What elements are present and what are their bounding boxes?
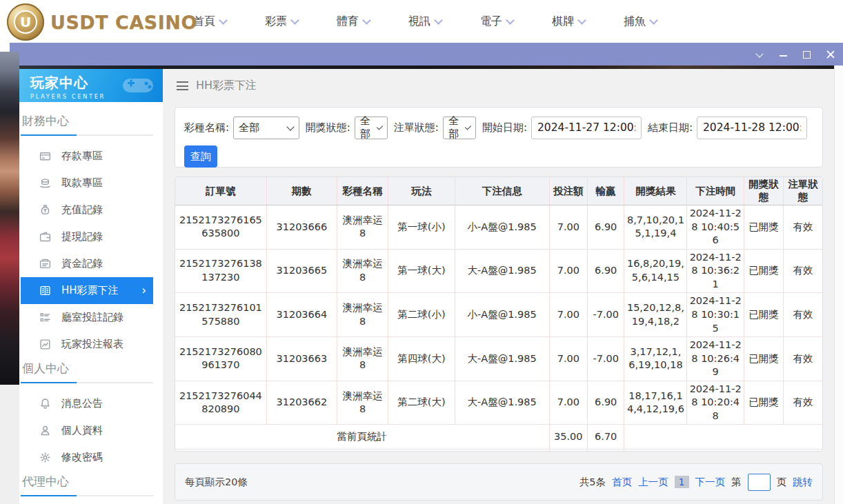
start-date-input[interactable] [531,117,642,139]
cell-draw-result: 15,20,12,8,19,4,18,2 [624,293,687,337]
cell-bet-info: 大-A盤@1.985 [455,337,549,381]
sidebar-group-title: 財務中心 [22,113,153,129]
sidebar-item[interactable]: HH彩票下注› [21,277,153,304]
chevron-down-icon [286,123,294,130]
sidebar-item-label: 消息公告 [61,397,103,410]
player-center-window: 玩家中心 PLAYERS CENTER 財務中心存款專區取款專區充值記錄提現記錄… [10,43,843,504]
order-status-select[interactable]: 全部 [443,117,476,139]
chevron-down-icon [577,16,586,25]
nav-item-label: 捕魚 [624,14,646,29]
brand-logo-icon: U [7,3,44,41]
cell-order-no: 2152173276044820890 [175,381,266,425]
nav-item-4[interactable]: 視訊 [389,14,461,29]
col-header-bet-time: 下注時間 [687,177,744,205]
top-navigation: U USDT CASINO 首頁彩票體育視訊電子棋牌捕魚 [0,0,843,43]
chevron-down-icon [649,16,658,25]
cell-bet-info: 小-A盤@1.985 [455,293,549,337]
sidebar-item-label: 個人資料 [61,424,103,437]
cell-order-no: 2152173276138137230 [175,249,266,293]
current-page-badge[interactable]: 1 [675,476,689,488]
window-collapse-icon[interactable] [755,50,764,59]
end-date-input[interactable] [697,117,807,139]
cell-win-loss: 6.90 [587,249,624,293]
cell-draw-result: 16,8,20,19,5,6,14,15 [624,249,687,293]
table-row: 215217327616563580031203666澳洲幸运8第一球(小)小-… [175,205,822,250]
page-size-text: 每頁顯示20條 [185,476,248,489]
cell-play-type: 第二球(小) [388,293,455,337]
draw-status-label: 開獎狀態: [306,121,350,134]
chevron-down-icon [219,16,228,25]
sidebar-item-label: 提現記錄 [61,230,103,243]
sidebar-item-label: 存款專區 [61,150,103,163]
col-header-draw-result: 開獎結果 [624,177,687,205]
nav-item-6[interactable]: 棋牌 [533,14,604,29]
sidebar-item[interactable]: 消息公告 [21,390,153,417]
withdraw-icon [39,177,51,189]
brand-logo[interactable]: U USDT CASINO [7,3,197,41]
search-button[interactable]: 查詢 [184,145,217,168]
menu-toggle-icon[interactable] [177,81,188,90]
sidebar-item[interactable]: 存款專區 [21,143,153,170]
nav-item-2[interactable]: 彩票 [246,14,317,29]
sidebar-item-label: HH彩票下注 [61,284,119,297]
cell-draw-status: 已開獎 [744,293,783,337]
page-background [0,43,10,52]
cell-draw-status: 已開獎 [744,205,783,250]
prev-page-link[interactable]: 上一页 [638,476,668,489]
page-jump-input[interactable] [748,474,771,491]
next-page-link[interactable]: 下一页 [695,476,726,489]
sidebar-item[interactable]: 充值記錄 [21,196,153,223]
filter-panel: 彩種名稱: 全部 開獎狀態: 全部 注單狀態: 全部 開始 [175,107,823,168]
col-header-win-loss: 輸贏 [587,177,624,205]
draw-status-select[interactable]: 全部 [355,117,388,139]
cell-bet-time: 2024-11-28 10:26:49 [687,337,744,381]
pagination-bar: 每頁顯示20條 共5条 首页 上一页 1 下一页 第 页 跳转 [175,463,823,501]
cell-lottery-name: 澳洲幸运8 [337,337,388,381]
summary-row-total: 總統計35.006.70 [175,450,822,452]
main-nav: 首頁彩票體育視訊電子棋牌捕魚 [174,0,676,43]
nav-item-label: 視訊 [408,14,430,29]
cell-bet-time: 2024-11-28 10:36:21 [687,249,744,293]
window-body: 玩家中心 PLAYERS CENTER 財務中心存款專區取款專區充值記錄提現記錄… [10,65,843,504]
cell-period: 31203666 [266,205,337,250]
cell-order-no: 2152173276080961370 [175,337,266,381]
main-content: HH彩票下注 彩種名稱: 全部 開獎狀態: 全部 注單狀態: [163,69,835,504]
nav-item-3[interactable]: 體育 [317,14,389,29]
player-report-icon [39,339,51,350]
cell-bet-amount: 7.00 [549,249,587,293]
sidebar: 玩家中心 PLAYERS CENTER 財務中心存款專區取款專區充值記錄提現記錄… [19,69,163,504]
sidebar-item[interactable]: 廳室投註記錄 [21,304,153,331]
window-minimize-icon[interactable] [779,50,788,59]
password-gear-icon [39,452,51,463]
cell-draw-result: 3,17,12,1,6,19,10,18 [624,337,687,381]
nav-item-5[interactable]: 電子 [461,14,533,29]
jump-link[interactable]: 跳转 [793,476,813,489]
cell-lottery-name: 澳洲幸运8 [337,249,388,293]
col-header-play-type: 玩法 [388,177,455,205]
col-header-period: 期數 [266,177,337,205]
sidebar-item[interactable]: 個人資料 [21,417,153,444]
scrollbar[interactable] [834,65,843,504]
sidebar-item[interactable]: 修改密碼 [21,444,153,471]
first-page-link[interactable]: 首页 [612,476,632,489]
sidebar-item[interactable]: 取款專區 [21,170,153,196]
lottery-name-select[interactable]: 全部 [233,117,299,139]
sidebar-item-label: 充值記錄 [61,203,103,216]
cell-period: 31203662 [266,381,337,425]
gamepad-icon [120,73,156,97]
cell-period: 31203663 [266,337,337,381]
sidebar-item[interactable]: 玩家投注報表 [21,331,153,358]
sidebar-item[interactable]: 提現記錄 [21,223,153,250]
cell-draw-result: 8,7,10,20,15,1,19,4 [624,205,687,250]
background-photo [0,52,19,385]
table-row: 215217327613813723031203665澳洲幸运8第一球(大)大-… [175,249,822,293]
bell-icon [39,398,51,410]
window-maximize-icon[interactable] [802,50,811,59]
sidebar-header: 玩家中心 PLAYERS CENTER [19,69,163,102]
sidebar-item[interactable]: 資金記錄 [21,250,153,277]
sidebar-item-label: 修改密碼 [61,451,103,464]
nav-item-7[interactable]: 捕魚 [604,14,676,29]
cell-play-type: 第二球(大) [388,381,455,425]
window-close-icon[interactable] [826,50,835,59]
chevron-down-icon [434,16,443,25]
